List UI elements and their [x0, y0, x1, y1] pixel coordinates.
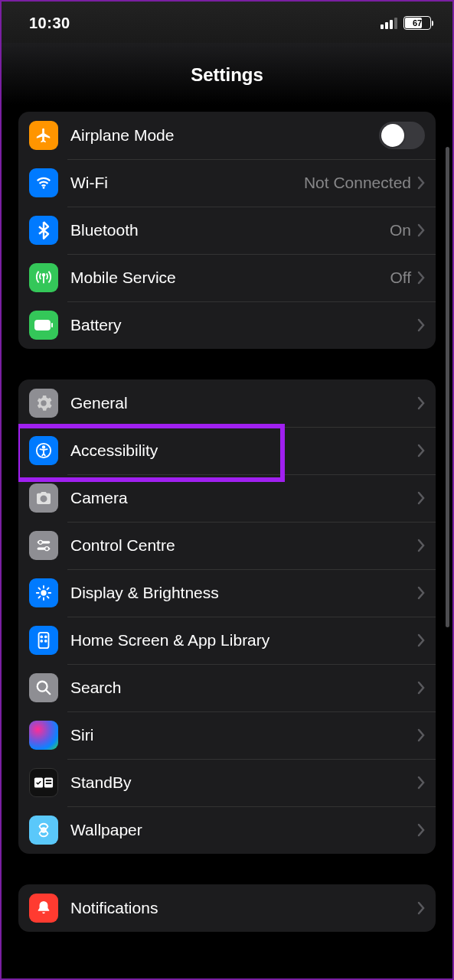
standby-label: StandBy — [70, 773, 417, 792]
accessibility-label: Accessibility — [70, 441, 417, 460]
settings-group-general: General Accessibility Camera Control Cen… — [18, 379, 436, 854]
display-label: Display & Brightness — [70, 584, 417, 602]
wifi-value: Not Connected — [304, 174, 411, 192]
row-display-brightness[interactable]: Display & Brightness — [18, 569, 436, 617]
row-wallpaper[interactable]: Wallpaper — [18, 806, 436, 854]
chevron-right-icon — [417, 586, 425, 600]
chevron-right-icon — [417, 633, 425, 647]
chevron-right-icon — [417, 681, 425, 695]
status-time: 10:30 — [29, 15, 70, 32]
battery-label: Battery — [70, 316, 417, 334]
row-home-screen[interactable]: Home Screen & App Library — [18, 617, 436, 664]
row-search[interactable]: Search — [18, 664, 436, 711]
mobile-value: Off — [390, 269, 411, 287]
row-camera[interactable]: Camera — [18, 474, 436, 522]
row-bluetooth[interactable]: Bluetooth On — [18, 207, 436, 254]
status-bar: 10:30 67 — [2, 2, 452, 43]
row-control-centre[interactable]: Control Centre — [18, 522, 436, 569]
brightness-icon — [29, 578, 58, 607]
gear-icon — [29, 389, 58, 418]
svg-point-10 — [45, 547, 49, 551]
chevron-right-icon — [417, 271, 425, 285]
settings-group-connectivity: Airplane Mode Wi-Fi Not Connected Blueto… — [18, 112, 436, 349]
camera-label: Camera — [70, 489, 417, 507]
notifications-label: Notifications — [70, 899, 417, 917]
camera-icon — [29, 483, 58, 513]
settings-group-notifications: Notifications — [18, 884, 436, 932]
svg-rect-12 — [39, 633, 49, 648]
page-title: Settings — [2, 64, 452, 86]
row-wifi[interactable]: Wi-Fi Not Connected — [18, 159, 436, 207]
row-siri[interactable]: Siri — [18, 711, 436, 759]
bell-icon — [29, 894, 58, 923]
svg-point-6 — [41, 497, 45, 500]
svg-rect-3 — [51, 323, 53, 327]
airplane-toggle[interactable] — [379, 122, 425, 149]
svg-point-15 — [41, 640, 42, 642]
svg-point-16 — [45, 640, 47, 642]
standby-icon — [29, 768, 58, 797]
svg-rect-21 — [46, 783, 51, 784]
chevron-right-icon — [417, 223, 425, 237]
chevron-right-icon — [417, 318, 425, 332]
controlcentre-label: Control Centre — [70, 536, 417, 555]
svg-point-1 — [43, 274, 45, 276]
battery-icon: 67 — [403, 16, 431, 30]
settings-content: Airplane Mode Wi-Fi Not Connected Blueto… — [2, 112, 452, 932]
chevron-right-icon — [417, 491, 425, 505]
bluetooth-icon — [29, 216, 58, 245]
svg-point-14 — [45, 636, 47, 637]
bluetooth-label: Bluetooth — [70, 221, 390, 239]
siri-icon — [29, 721, 58, 750]
svg-point-5 — [43, 446, 45, 448]
antenna-icon — [29, 263, 58, 292]
home-screen-icon — [29, 626, 58, 655]
chevron-right-icon — [417, 539, 425, 552]
accessibility-icon — [29, 436, 58, 465]
svg-rect-20 — [46, 780, 51, 781]
svg-point-0 — [43, 187, 45, 189]
chevron-right-icon — [417, 823, 425, 837]
bluetooth-value: On — [390, 221, 411, 239]
row-general[interactable]: General — [18, 379, 436, 427]
svg-rect-2 — [35, 321, 50, 330]
row-accessibility[interactable]: Accessibility — [18, 427, 436, 474]
svg-point-13 — [41, 636, 42, 637]
chevron-right-icon — [417, 776, 425, 790]
page-header: Settings — [2, 43, 452, 112]
airplane-label: Airplane Mode — [70, 126, 379, 145]
row-notifications[interactable]: Notifications — [18, 884, 436, 932]
siri-label: Siri — [70, 726, 417, 744]
search-label: Search — [70, 679, 417, 697]
wifi-label: Wi-Fi — [70, 174, 304, 192]
chevron-right-icon — [417, 176, 425, 190]
search-icon — [29, 673, 58, 702]
chevron-right-icon — [417, 901, 425, 915]
chevron-right-icon — [417, 728, 425, 742]
row-mobile-service[interactable]: Mobile Service Off — [18, 254, 436, 301]
svg-point-8 — [38, 540, 42, 544]
sliders-icon — [29, 531, 58, 560]
wallpaper-icon — [29, 816, 58, 845]
airplane-icon — [29, 121, 58, 150]
row-airplane-mode[interactable]: Airplane Mode — [18, 112, 436, 159]
svg-point-11 — [41, 590, 46, 595]
scrollbar[interactable] — [446, 147, 449, 627]
chevron-right-icon — [417, 396, 425, 410]
mobile-label: Mobile Service — [70, 269, 390, 287]
status-icons: 67 — [381, 16, 431, 30]
row-battery[interactable]: Battery — [18, 301, 436, 349]
row-standby[interactable]: StandBy — [18, 759, 436, 806]
wifi-icon — [29, 168, 58, 197]
chevron-right-icon — [417, 444, 425, 457]
general-label: General — [70, 394, 417, 412]
homescreen-label: Home Screen & App Library — [70, 631, 417, 650]
cellular-signal-icon — [381, 18, 397, 29]
battery-row-icon — [29, 311, 58, 340]
wallpaper-label: Wallpaper — [70, 821, 417, 839]
